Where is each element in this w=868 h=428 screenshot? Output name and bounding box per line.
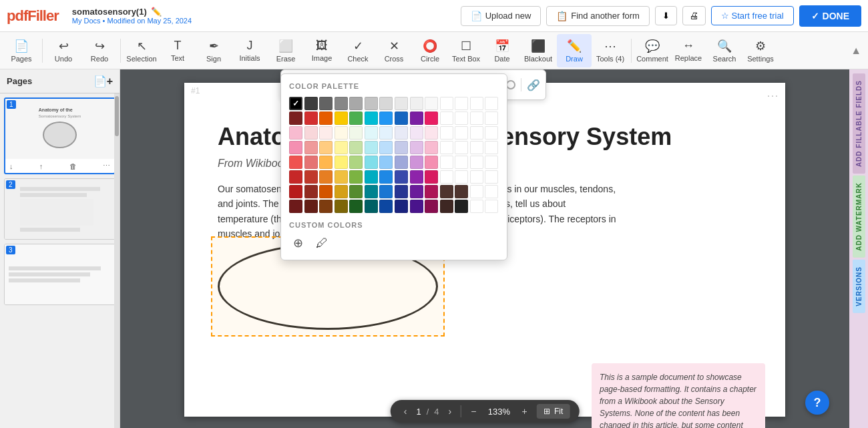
color-cell-13[interactable]	[485, 97, 498, 110]
add-page-icon[interactable]: 📄+	[93, 75, 113, 87]
page-down-icon[interactable]: ↓	[9, 162, 13, 170]
color-cell-77[interactable]	[395, 170, 408, 184]
color-cell-90[interactable]	[379, 185, 393, 198]
color-cell-41[interactable]	[485, 126, 498, 140]
toolbar-draw[interactable]: ✏️ Draw	[557, 34, 592, 67]
color-cell-36[interactable]	[410, 126, 423, 140]
color-cell-59[interactable]	[335, 156, 348, 169]
zoom-in-button[interactable]: +	[517, 405, 531, 418]
color-cell-18[interactable]	[349, 112, 363, 125]
color-cell-98[interactable]	[289, 200, 302, 213]
page-thumb-1[interactable]: 1 Anatomy of the Somatosensory System ↓ …	[4, 97, 116, 174]
color-cell-86[interactable]	[319, 185, 333, 198]
eyedropper-button[interactable]: 🖊	[313, 234, 331, 252]
color-cell-32[interactable]	[349, 126, 363, 140]
color-cell-4[interactable]	[349, 97, 363, 110]
color-cell-3[interactable]	[335, 97, 348, 110]
color-cell-92[interactable]	[410, 185, 423, 198]
color-cell-45[interactable]	[335, 141, 348, 154]
page-thumb-2[interactable]: 2	[4, 178, 116, 240]
color-cell-72[interactable]	[319, 170, 333, 184]
color-cell-15[interactable]	[304, 112, 318, 125]
toolbar-tools[interactable]: ⋯ Tools (4)	[593, 34, 628, 67]
color-cell-43[interactable]	[304, 141, 318, 154]
color-cell-62[interactable]	[379, 156, 393, 169]
color-cell-34[interactable]	[379, 126, 393, 140]
page-next-button[interactable]: ›	[445, 405, 456, 418]
color-cell-29[interactable]	[304, 126, 318, 140]
color-cell-10[interactable]	[440, 97, 453, 110]
color-cell-52[interactable]	[440, 141, 453, 154]
color-cell-99[interactable]	[304, 200, 318, 213]
page-more-icon[interactable]: ⋯	[103, 162, 110, 170]
toolbar-erase[interactable]: ⬜ Erase	[268, 34, 303, 67]
color-cell-8[interactable]	[410, 97, 423, 110]
right-tab-fillable[interactable]: ADD FILLABLE FIELDS	[853, 73, 865, 174]
color-cell-47[interactable]	[365, 141, 378, 154]
color-cell-51[interactable]	[425, 141, 438, 154]
color-cell-42[interactable]	[289, 141, 302, 154]
color-cell-49[interactable]	[395, 141, 408, 154]
color-cell-19[interactable]	[365, 112, 378, 125]
color-cell-14[interactable]	[289, 112, 302, 125]
upload-new-button[interactable]: 📄 Upload new	[461, 6, 541, 26]
color-cell-5[interactable]	[365, 97, 378, 110]
toolbar-circle[interactable]: ⭕ Circle	[413, 34, 447, 67]
page-thumb-3[interactable]: 3	[4, 244, 116, 305]
color-cell-107[interactable]	[425, 200, 438, 213]
pages-scrollbar[interactable]	[114, 93, 120, 428]
toolbar-pages[interactable]: 📄 Pages	[4, 34, 39, 67]
color-cell-102[interactable]	[349, 200, 363, 213]
color-cell-23[interactable]	[425, 112, 438, 125]
color-cell-69[interactable]	[485, 156, 498, 169]
color-cell-2[interactable]	[319, 97, 333, 110]
color-cell-76[interactable]	[379, 170, 393, 184]
color-cell-95[interactable]	[455, 185, 468, 198]
color-cell-97[interactable]	[485, 185, 498, 198]
color-cell-105[interactable]	[395, 200, 408, 213]
color-cell-39[interactable]	[455, 126, 468, 140]
add-custom-color-button[interactable]: ⊕	[289, 234, 306, 252]
done-button[interactable]: ✓ DONE	[799, 5, 861, 27]
color-cell-37[interactable]	[425, 126, 438, 140]
color-cell-70[interactable]	[289, 170, 302, 184]
color-cell-16[interactable]	[319, 112, 333, 125]
color-cell-46[interactable]	[349, 141, 363, 154]
toolbar-image[interactable]: 🖼 Image	[304, 34, 339, 67]
color-cell-58[interactable]	[319, 156, 333, 169]
toolbar-comment[interactable]: 💬 Comment	[635, 34, 670, 67]
page-up-icon[interactable]: ↑	[39, 162, 43, 170]
color-cell-9[interactable]	[425, 97, 438, 110]
toolbar-textbox[interactable]: ☐ Text Box	[449, 34, 483, 67]
color-cell-54[interactable]	[470, 141, 483, 154]
color-cell-33[interactable]	[365, 126, 378, 140]
color-cell-56[interactable]	[289, 156, 302, 169]
color-cell-82[interactable]	[470, 170, 483, 184]
find-another-form-button[interactable]: 📋 Find another form	[546, 6, 650, 26]
color-cell-104[interactable]	[379, 200, 393, 213]
color-cell-17[interactable]	[335, 112, 348, 125]
color-cell-38[interactable]	[440, 126, 453, 140]
toolbar-initials[interactable]: J Initials	[232, 34, 267, 67]
color-cell-110[interactable]	[470, 200, 483, 213]
color-cell-48[interactable]	[379, 141, 393, 154]
color-cell-84[interactable]	[289, 185, 302, 198]
color-cell-85[interactable]	[304, 185, 318, 198]
toolbar-check[interactable]: ✓ Check	[341, 34, 375, 67]
color-cell-79[interactable]	[425, 170, 438, 184]
color-cell-101[interactable]	[335, 200, 348, 213]
color-cell-57[interactable]	[304, 156, 318, 169]
edit-icon[interactable]: ✏️	[151, 7, 162, 17]
toolbar-cross[interactable]: ✕ Cross	[377, 34, 411, 67]
color-cell-71[interactable]	[304, 170, 318, 184]
color-cell-28[interactable]	[289, 126, 302, 140]
color-cell-73[interactable]	[335, 170, 348, 184]
toolbar-selection[interactable]: ↖ Selection	[124, 34, 159, 67]
fit-button[interactable]: ⊞ Fit	[537, 404, 570, 419]
color-cell-109[interactable]	[455, 200, 468, 213]
color-cell-44[interactable]	[319, 141, 333, 154]
right-tab-versions[interactable]: VERSIONS	[853, 260, 865, 313]
toolbar-collapse[interactable]: ▲	[851, 45, 861, 57]
color-cell-55[interactable]	[485, 141, 498, 154]
color-cell-87[interactable]	[335, 185, 348, 198]
